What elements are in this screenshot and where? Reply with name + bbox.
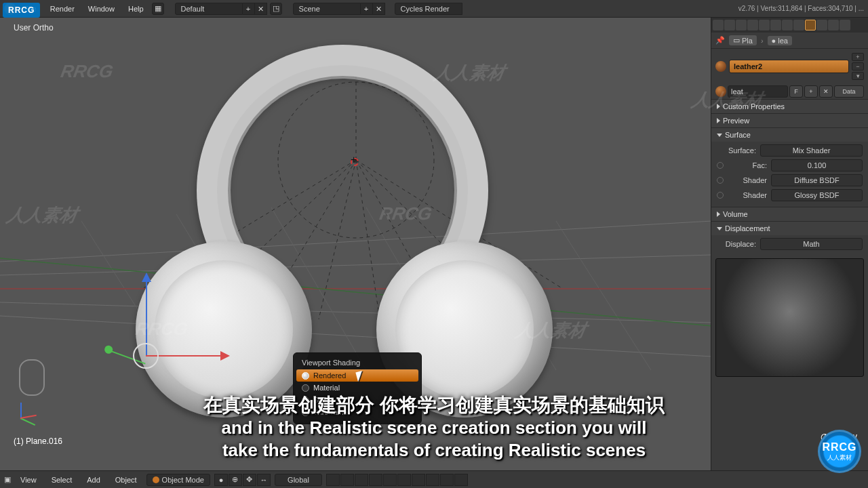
material-link-selector[interactable]: Data <box>834 85 864 98</box>
manipulator-translate-icon[interactable]: ↔ <box>257 474 271 486</box>
menu-view[interactable]: View <box>15 476 42 484</box>
material-slot-list[interactable]: leather2 + − ▾ <box>715 53 864 80</box>
surface-label: Surface: <box>717 146 756 155</box>
layer-button[interactable] <box>454 474 468 486</box>
prop-tab-modifiers-icon[interactable] <box>782 20 793 30</box>
layer-button[interactable] <box>369 474 382 486</box>
prop-tab-constraints-icon[interactable] <box>770 20 781 30</box>
shader1-label: Shader <box>728 176 767 184</box>
breadcrumb-object-label: Pla <box>742 37 753 45</box>
menu-object[interactable]: Object <box>110 476 142 484</box>
section-surface-header[interactable]: Surface <box>711 128 868 142</box>
scene-field[interactable]: Scene <box>293 3 361 15</box>
prop-tab-data-icon[interactable] <box>793 20 804 30</box>
prop-tab-world-icon[interactable] <box>747 20 758 30</box>
material-unlink[interactable]: ✕ <box>819 85 833 98</box>
mouse-cursor-icon <box>357 371 366 384</box>
input-socket-icon[interactable] <box>717 162 724 169</box>
layer-button[interactable] <box>340 474 354 486</box>
shader2-selector[interactable]: Glossy BSDF <box>771 189 863 201</box>
breadcrumb-object[interactable]: ▭ Pla <box>729 35 757 45</box>
shading-pivot-icons[interactable]: ● ⊕ ✥ ↔ <box>214 474 271 486</box>
properties-panel: 📌 ▭ Pla › ● lea leather2 + − ▾ leat F + … <box>711 18 868 470</box>
shader2-label: Shader <box>728 191 767 199</box>
gizmo-center-circle[interactable] <box>133 343 159 369</box>
prop-tab-material-icon[interactable] <box>805 20 816 30</box>
scene-add[interactable]: + <box>361 3 373 15</box>
layer-button[interactable] <box>355 474 368 486</box>
viewport-shading-menu[interactable]: Viewport Shading Rendered Material Solid… <box>293 352 422 424</box>
screen-layout-selector[interactable]: Default + ✕ <box>175 3 267 15</box>
scene-selector[interactable]: Scene + ✕ <box>293 3 385 15</box>
material-slot-remove[interactable]: − <box>852 62 864 70</box>
menu-select[interactable]: Select <box>46 476 78 484</box>
menu-render[interactable]: Render <box>45 5 80 13</box>
material-slot-add[interactable]: + <box>852 53 864 61</box>
layer-button[interactable] <box>383 474 397 486</box>
input-socket-icon[interactable] <box>717 177 724 184</box>
screen-layout-field[interactable]: Default <box>175 3 243 15</box>
pin-icon[interactable]: 📌 <box>715 36 725 45</box>
menu-window[interactable]: Window <box>83 5 120 13</box>
section-custom-properties[interactable]: Custom Properties <box>711 99 868 113</box>
prop-tab-render-icon[interactable] <box>713 20 724 30</box>
prop-tab-texture-icon[interactable] <box>816 20 827 30</box>
menu-add[interactable]: Add <box>81 476 106 484</box>
material-icon[interactable] <box>715 86 726 97</box>
prop-tab-scene-icon[interactable] <box>736 20 747 30</box>
breadcrumb-material-label: lea <box>778 37 788 45</box>
material-datablock-row: leat F + ✕ Data <box>715 85 864 98</box>
top-menu-bar: File Render Window Help ▦ Default + ✕ ◳ … <box>0 0 868 18</box>
scene-remove[interactable]: ✕ <box>373 3 385 15</box>
surface-shader-selector[interactable]: Mix Shader <box>760 144 863 157</box>
context-breadcrumb: 📌 ▭ Pla › ● lea <box>711 33 868 49</box>
shader1-selector[interactable]: Diffuse BSDF <box>771 174 863 186</box>
prop-tab-object-icon[interactable] <box>759 20 770 30</box>
screen-layout-add[interactable]: + <box>243 3 255 15</box>
prop-tab-physics-icon[interactable] <box>840 20 850 30</box>
layer-button[interactable] <box>412 474 425 486</box>
scene-icon[interactable]: ◳ <box>270 3 282 15</box>
editor-type-icon[interactable]: ▣ <box>4 475 11 484</box>
mode-selector[interactable]: Object Mode <box>146 474 210 486</box>
displace-selector[interactable]: Math <box>760 238 863 250</box>
prop-tab-layers-icon[interactable] <box>724 20 735 30</box>
material-preview-icon <box>715 61 726 72</box>
pivot-icon[interactable]: ⊕ <box>229 474 242 486</box>
manipulator-toggle-icon[interactable]: ✥ <box>243 474 256 486</box>
material-texture-preview <box>715 258 864 377</box>
layer-buttons[interactable] <box>326 474 468 486</box>
orientation-selector[interactable]: Global <box>275 474 322 486</box>
shading-option-wireframe[interactable]: Wireframe <box>296 406 418 418</box>
layer-button[interactable] <box>326 474 340 486</box>
breadcrumb-material[interactable]: ● lea <box>768 36 792 45</box>
layer-button[interactable] <box>426 474 439 486</box>
shading-mode-icon[interactable]: ● <box>214 474 228 486</box>
screen-layout-remove[interactable]: ✕ <box>255 3 267 15</box>
3d-viewport[interactable]: User Ortho (1) Plane.016 Viewport Shadin… <box>0 18 711 470</box>
material-fake-user[interactable]: F <box>789 85 803 98</box>
material-slot-menu[interactable]: ▾ <box>852 72 864 80</box>
section-volume[interactable]: Volume <box>711 207 868 221</box>
engine-field[interactable]: Cycles Render <box>395 3 462 15</box>
input-socket-icon[interactable] <box>717 192 724 199</box>
shading-option-label: Wireframe <box>313 408 348 416</box>
shading-option-solid[interactable]: Solid <box>296 394 418 406</box>
engine-selector[interactable]: Cycles Render <box>395 3 462 15</box>
section-preview[interactable]: Preview <box>711 113 868 127</box>
menu-help[interactable]: Help <box>123 5 149 13</box>
material-name-field[interactable]: leat <box>728 85 788 98</box>
main-area: User Ortho (1) Plane.016 Viewport Shadin… <box>0 18 868 470</box>
screen-layout-icon[interactable]: ▦ <box>152 3 164 15</box>
material-new[interactable]: + <box>804 85 818 98</box>
section-title: Displacement <box>725 224 770 232</box>
layer-button[interactable] <box>440 474 454 486</box>
properties-tab-strip[interactable] <box>711 18 868 33</box>
material-slot-active[interactable]: leather2 <box>729 60 849 73</box>
section-title: Volume <box>723 210 748 218</box>
shading-option-label: Rendered <box>313 371 346 380</box>
prop-tab-particles-icon[interactable] <box>828 20 839 30</box>
layer-button[interactable] <box>397 474 411 486</box>
fac-value-field[interactable]: 0.100 <box>771 159 863 171</box>
section-displacement-header[interactable]: Displacement <box>711 222 868 235</box>
